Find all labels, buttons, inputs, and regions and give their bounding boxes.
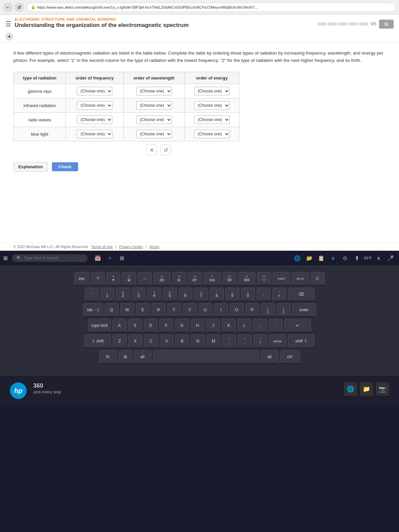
- back-button[interactable]: ←: [3, 3, 13, 12]
- key-alt-right[interactable]: alt: [261, 350, 278, 364]
- key-f-?[interactable]: ?: [91, 272, 105, 286]
- key-0[interactable]: )0: [241, 288, 255, 302]
- explanation-button[interactable]: Explanation: [13, 162, 48, 172]
- select-infrared-wavelength[interactable]: (Choose one) 1234: [136, 101, 172, 110]
- key-c-corner[interactable]: C: [311, 272, 325, 286]
- chevron-down-icon[interactable]: ▾: [5, 33, 13, 41]
- key-x[interactable]: X: [128, 334, 142, 348]
- key-7[interactable]: &7: [194, 288, 208, 302]
- select-gamma-energy[interactable]: (Choose one) 1234: [194, 87, 230, 95]
- key-backtick[interactable]: ~`: [85, 288, 99, 302]
- key-r[interactable]: R: [152, 303, 166, 317]
- key-capslock[interactable]: caps lock: [88, 319, 111, 333]
- key-e[interactable]: E: [136, 303, 150, 317]
- taskbar-app-icon[interactable]: 📋: [316, 253, 326, 263]
- key-alt-left[interactable]: alt: [134, 350, 151, 364]
- key-l[interactable]: L: [237, 319, 251, 333]
- menu-icon[interactable]: ☰: [5, 20, 11, 28]
- taskbar-chevron-icon[interactable]: ∧: [374, 253, 384, 263]
- key-shift-left[interactable]: ⇧ shift: [84, 334, 111, 348]
- terms-link[interactable]: Terms of Use: [91, 245, 113, 249]
- key-enter[interactable]: enter: [292, 303, 316, 317]
- key-f9[interactable]: f9bbI: [238, 272, 255, 286]
- key-n[interactable]: N: [191, 334, 205, 348]
- key-f6[interactable]: f6d+: [188, 272, 202, 286]
- key-6[interactable]: ^6: [179, 288, 193, 302]
- key-y[interactable]: Y: [183, 303, 197, 317]
- select-infrared-frequency[interactable]: (Choose one) 1234: [77, 101, 112, 110]
- taskbar-calendar-icon[interactable]: 📅: [93, 253, 103, 263]
- key-tab[interactable]: tab →|: [83, 303, 103, 317]
- key-period[interactable]: >.: [238, 334, 252, 348]
- undo-button[interactable]: ↺: [160, 145, 171, 155]
- key-fn[interactable]: fn: [99, 350, 117, 364]
- key-g[interactable]: G: [175, 319, 189, 333]
- key-semicolon[interactable]: :;: [253, 319, 267, 333]
- reload-button[interactable]: ↺: [15, 3, 24, 12]
- key-9[interactable]: (9: [225, 288, 239, 302]
- key-f8[interactable]: f8bll: [222, 272, 236, 286]
- key-o[interactable]: O: [230, 303, 244, 317]
- key-pause[interactable]: pause: [269, 334, 286, 348]
- key-k[interactable]: K: [222, 319, 236, 333]
- key-esc[interactable]: esc: [74, 272, 89, 286]
- key-m[interactable]: M: [206, 334, 220, 348]
- select-radio-wavelength[interactable]: (Choose one) 1234: [136, 115, 172, 124]
- key-a[interactable]: A: [112, 319, 126, 333]
- key-f4[interactable]: f4do: [153, 272, 171, 286]
- taskbar-browser-icon[interactable]: 🌐: [292, 253, 302, 263]
- bottom-icon-2[interactable]: 📁: [360, 382, 373, 396]
- taskbar-circle-icon[interactable]: ○: [105, 253, 115, 263]
- key-ctrl-right[interactable]: ctrl: [280, 350, 300, 364]
- key-p[interactable]: P: [245, 303, 259, 317]
- select-gamma-frequency[interactable]: (Choose one) 1234: [77, 87, 112, 95]
- key-3[interactable]: #3: [132, 288, 146, 302]
- key-2[interactable]: @2: [116, 288, 130, 302]
- clear-button[interactable]: ✕: [146, 145, 157, 155]
- select-bluelight-frequency[interactable]: (Choose one) 1234: [77, 130, 112, 138]
- key-q[interactable]: Q: [105, 303, 119, 317]
- key-v[interactable]: V: [160, 334, 174, 348]
- taskbar-grid-icon[interactable]: ⊞: [117, 253, 127, 263]
- key-5[interactable]: %5: [163, 288, 177, 302]
- key-f3[interactable]: f3: [138, 272, 152, 286]
- bottom-icon-1[interactable]: 🌐: [344, 382, 357, 396]
- key-lbracket[interactable]: {[: [261, 303, 275, 317]
- select-gamma-wavelength[interactable]: (Choose one) 1234: [136, 87, 172, 95]
- key-4[interactable]: $4: [147, 288, 161, 302]
- select-bluelight-wavelength[interactable]: (Choose one) 1234: [136, 130, 172, 138]
- select-radio-frequency[interactable]: (Choose one) 1234: [77, 115, 112, 124]
- key-shift-right[interactable]: shift ⇧: [288, 334, 315, 348]
- key-1[interactable]: !1: [100, 288, 114, 302]
- key-z[interactable]: Z: [113, 334, 127, 348]
- key-8[interactable]: *8: [210, 288, 224, 302]
- windows-icon[interactable]: ⊞: [3, 255, 8, 261]
- key-quote[interactable]: "': [269, 319, 283, 333]
- key-t[interactable]: T: [167, 303, 181, 317]
- select-bluelight-energy[interactable]: (Choose one) 1234: [194, 130, 230, 138]
- key-windows[interactable]: ⊞: [118, 350, 132, 364]
- address-bar[interactable]: 🔒 https://www-awu.aleks.com/alekscgi/x/l…: [27, 3, 396, 12]
- key-f5[interactable]: f5d-: [172, 272, 186, 286]
- key-j[interactable]: J: [206, 319, 220, 333]
- key-insert[interactable]: insert: [273, 272, 290, 286]
- taskbar-a-icon[interactable]: a: [328, 253, 338, 263]
- key-d[interactable]: D: [144, 319, 158, 333]
- key-f2[interactable]: f2※: [122, 272, 136, 286]
- taskbar-mic-icon[interactable]: 🎤: [386, 253, 396, 263]
- privacy-link[interactable]: Privacy Center: [119, 245, 143, 249]
- key-h[interactable]: H: [191, 319, 204, 333]
- key-rbracket[interactable]: }]: [277, 303, 291, 317]
- taskbar-circle2-icon[interactable]: ⊙: [340, 253, 350, 263]
- key-f[interactable]: F: [159, 319, 173, 333]
- key-equals[interactable]: +=: [272, 288, 286, 302]
- key-s[interactable]: S: [128, 319, 142, 333]
- key-f7[interactable]: f7loo: [203, 272, 221, 286]
- key-prtsc[interactable]: prt sc: [292, 272, 309, 286]
- key-b[interactable]: B: [175, 334, 189, 348]
- key-w[interactable]: W: [120, 303, 134, 317]
- taskbar-folder-icon[interactable]: 📁: [304, 253, 314, 263]
- taskbar-arrow-icon[interactable]: ⬆: [352, 253, 362, 263]
- key-i[interactable]: I: [214, 303, 228, 317]
- select-infrared-energy[interactable]: (Choose one) 1234: [194, 101, 230, 110]
